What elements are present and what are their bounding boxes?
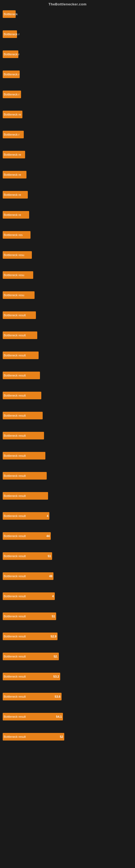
bar-label: Bottleneck result <box>4 474 26 477</box>
bar: Bottleneck result52 <box>3 733 64 741</box>
bar-row: Bottleneck result53.6 <box>3 692 132 701</box>
bar: Bottleneck r <box>3 91 21 98</box>
bar: Bottleneck result51 <box>3 613 56 620</box>
bar-label: Bottleneck r <box>4 53 19 56</box>
bar-row: Bottleneck result52.9 <box>3 632 132 641</box>
bar-value: 51 <box>52 615 55 618</box>
bar-label: Bottleneck r <box>4 33 19 36</box>
bar-label: Bottleneck result <box>4 314 26 317</box>
bar: Bottleneck result <box>3 452 45 460</box>
bar-row: Bottleneck re <box>3 111 132 119</box>
bar-label: Bottleneck res <box>4 233 23 237</box>
bar-row: Bottleneck result <box>3 311 132 319</box>
bar: Bottleneck r <box>3 131 24 138</box>
bar-label: Bottleneck result <box>4 494 26 497</box>
bar-label: Bottleneck re <box>4 213 21 216</box>
bar-row: Bottleneck result <box>3 492 132 500</box>
bar-label: Bottleneck re <box>4 193 21 196</box>
bar-label: Bottleneck result <box>4 675 26 678</box>
bar-row: Bottleneck result <box>3 452 132 460</box>
bar: Bottleneck <box>3 10 16 18</box>
bar-value: 4 <box>52 595 54 598</box>
chart-area: BottleneckBottleneck rBottleneck rBottle… <box>0 7 135 755</box>
bar-label: Bottleneck re <box>4 113 21 116</box>
bar: Bottleneck result <box>3 412 43 420</box>
bar: Bottleneck result4 <box>3 512 49 520</box>
bar: Bottleneck resu <box>3 251 32 259</box>
bar: Bottleneck result <box>3 432 44 439</box>
bar-label: Bottleneck re <box>4 153 21 156</box>
bar: Bottleneck result44 <box>3 532 51 540</box>
bar-row: Bottleneck re <box>3 151 132 159</box>
bar-row: Bottleneck result51 <box>3 612 132 620</box>
bar-value: 53.6 <box>55 695 60 698</box>
bar-row: Bottleneck r <box>3 130 132 138</box>
bar-row: Bottleneck re <box>3 170 132 179</box>
bar-value: 4 <box>47 514 48 518</box>
bar-row: Bottleneck result53.2 <box>3 673 132 681</box>
bar-value: 44 <box>46 534 50 538</box>
bar-value: 49 <box>49 575 52 578</box>
bar-row: Bottleneck result <box>3 331 132 339</box>
bar: Bottleneck result49 <box>3 572 53 580</box>
bar: Bottleneck result4 <box>3 592 55 600</box>
bar-label: Bottleneck resu <box>4 293 24 297</box>
bar-label: Bottleneck r <box>4 93 19 96</box>
bar-row: Bottleneck result4 <box>3 512 132 520</box>
bar-row: Bottleneck result <box>3 392 132 400</box>
bar: Bottleneck result53.6 <box>3 693 61 701</box>
bar-row: Bottleneck res <box>3 231 132 239</box>
bar-label: Bottleneck result <box>4 354 26 357</box>
bar-label: Bottleneck result <box>4 575 26 578</box>
bar-label: Bottleneck result <box>4 695 26 698</box>
bar-value: 54.1 <box>56 715 62 718</box>
bar-row: Bottleneck result51 <box>3 552 132 560</box>
bar-row: Bottleneck r <box>3 90 132 98</box>
bar-label: Bottleneck result <box>4 735 26 738</box>
bar: Bottleneck re <box>3 211 29 219</box>
bar-label: Bottleneck result <box>4 655 26 658</box>
bar-label: Bottleneck result <box>4 434 26 437</box>
bar-row: Bottleneck result <box>3 472 132 480</box>
bar: Bottleneck re <box>3 111 22 118</box>
bar: Bottleneck resu <box>3 291 35 299</box>
bar: Bottleneck res <box>3 231 31 239</box>
bar-value: 52. <box>54 655 58 658</box>
bar-row: Bottleneck re <box>3 191 132 199</box>
bar: Bottleneck result <box>3 372 40 379</box>
bar: Bottleneck result53.2 <box>3 673 60 680</box>
bar-label: Bottleneck result <box>4 715 26 718</box>
bar-row: Bottleneck result49 <box>3 572 132 580</box>
bar: Bottleneck result51 <box>3 552 52 560</box>
bar: Bottleneck result <box>3 332 37 339</box>
bar-row: Bottleneck <box>3 10 132 18</box>
bar-row: Bottleneck result <box>3 371 132 379</box>
bar-label: Bottleneck resu <box>4 273 24 277</box>
bar: Bottleneck result <box>3 492 48 500</box>
bar-label: Bottleneck result <box>4 334 26 337</box>
bar-value: 51 <box>48 554 51 558</box>
bar: Bottleneck result52. <box>3 653 59 660</box>
bar-value: 53.2 <box>53 675 59 678</box>
bar-row: Bottleneck re <box>3 211 132 219</box>
bar: Bottleneck r <box>3 51 18 58</box>
bar-label: Bottleneck result <box>4 374 26 377</box>
bar-row: Bottleneck result <box>3 411 132 420</box>
bar: Bottleneck re <box>3 151 25 158</box>
bar-row: Bottleneck resu <box>3 271 132 279</box>
bar-label: Bottleneck r <box>4 73 19 76</box>
bar-label: Bottleneck resu <box>4 253 24 257</box>
bar-value: 52.9 <box>51 635 56 638</box>
bar: Bottleneck result <box>3 472 47 479</box>
bar: Bottleneck result <box>3 311 36 319</box>
bar-row: Bottleneck resu <box>3 251 132 259</box>
bar-row: Bottleneck result <box>3 351 132 360</box>
bar: Bottleneck result52.9 <box>3 632 57 640</box>
bar-label: Bottleneck result <box>4 514 26 518</box>
bar-row: Bottleneck resu <box>3 291 132 299</box>
bar-label: Bottleneck result <box>4 454 26 457</box>
bar: Bottleneck r <box>3 70 20 78</box>
bar-label: Bottleneck result <box>4 595 26 598</box>
site-title: TheBottlenecker.com <box>0 0 135 7</box>
bar: Bottleneck r <box>3 30 17 38</box>
